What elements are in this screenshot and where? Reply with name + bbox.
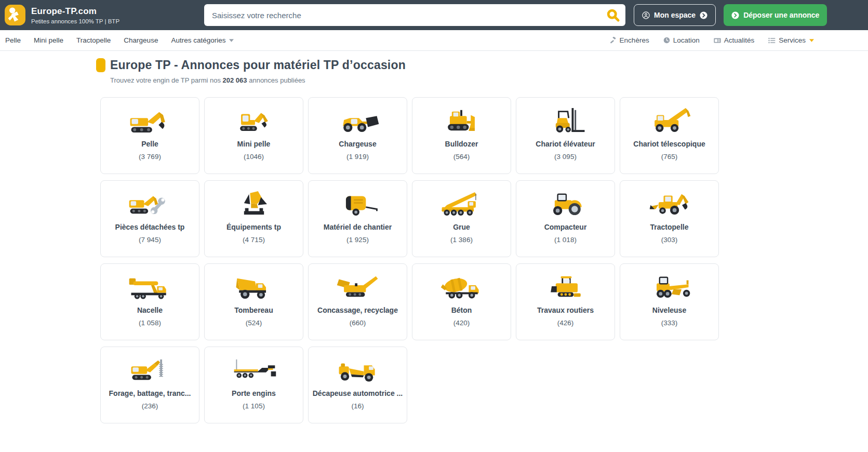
nav-item-autres-categories[interactable]: Autres catégories	[171, 36, 234, 44]
category-card-bulldozer[interactable]: Bulldozer (564)	[412, 97, 511, 174]
nav-item-label: Chargeuse	[124, 36, 158, 44]
nav-item-label: Enchères	[620, 36, 649, 44]
category-label: Béton	[448, 306, 475, 315]
category-count: (1 925)	[346, 236, 369, 244]
post-ad-label: Déposer une annonce	[743, 11, 819, 19]
nav-item-services[interactable]: Services	[768, 36, 814, 44]
nav-item-label: Location	[673, 36, 700, 44]
search-button[interactable]	[605, 8, 621, 22]
category-label: Nacelle	[134, 306, 166, 315]
main-content: Europe TP - Annonces pour matériel TP d’…	[0, 51, 868, 423]
category-label: Porte engins	[229, 389, 279, 398]
category-label: Matériel de chantier	[321, 223, 395, 232]
category-card-chariot-telescopique[interactable]: Chariot télescopique (765)	[620, 97, 719, 174]
category-count: (660)	[350, 319, 366, 327]
category-count: (1 919)	[346, 153, 369, 161]
category-card-pelle[interactable]: Pelle (3 769)	[100, 97, 199, 174]
attachment-icon	[229, 188, 279, 219]
compressor-icon	[333, 188, 383, 219]
category-label: Mini pelle	[234, 140, 274, 149]
title-row: Europe TP - Annonces pour matériel TP d’…	[96, 58, 868, 72]
nav-item-pelle[interactable]: Pelle	[5, 36, 21, 44]
nav-item-tractopelle[interactable]: Tractopelle	[76, 36, 111, 44]
crane-icon	[437, 188, 487, 219]
site-logo[interactable]	[4, 4, 26, 26]
chevron-down-icon	[809, 39, 814, 42]
category-card-decapeuse-automotrice[interactable]: Décapeuse automotrice ... (16)	[308, 347, 407, 423]
category-count: (3 095)	[554, 153, 577, 161]
category-count: (16)	[351, 402, 364, 410]
category-card-concassage-recyclage[interactable]: Concassage, recyclage (660)	[308, 263, 407, 340]
category-card-tractopelle[interactable]: Tractopelle (303)	[620, 180, 719, 257]
category-label: Grue	[450, 223, 473, 232]
category-card-forage-battage-tranc[interactable]: Forage, battage, tranc... (236)	[100, 347, 199, 423]
category-count: (1 386)	[450, 236, 473, 244]
nav-item-label: Mini pelle	[34, 36, 63, 44]
brand-subtitle: Petites annonces 100% TP | BTP	[31, 18, 198, 24]
category-label: Décapeuse automotrice ...	[310, 389, 406, 398]
top-header: Europe-TP.com Petites annonces 100% TP |…	[0, 0, 868, 30]
main-nav: Pelle Mini pelle Tractopelle Chargeuse A…	[0, 30, 868, 51]
nav-item-encheres[interactable]: Enchères	[610, 36, 649, 44]
user-circle-icon	[642, 11, 650, 19]
category-label: Forage, battage, tranc...	[106, 389, 194, 398]
category-label: Pièces détachées tp	[112, 223, 188, 232]
arrow-right-circle-icon	[700, 11, 707, 19]
category-card-beton[interactable]: Béton (420)	[412, 263, 511, 340]
nav-item-label: Services	[779, 36, 806, 44]
category-label: Niveleuse	[649, 306, 689, 315]
nav-item-label: Pelle	[5, 36, 21, 44]
category-count: (4 715)	[243, 236, 265, 244]
subtitle-prefix: Trouvez votre engin de TP parmi nos	[110, 76, 221, 84]
nav-item-chargeuse[interactable]: Chargeuse	[124, 36, 158, 44]
clock-icon	[663, 37, 670, 44]
category-card-travaux-routiers[interactable]: Travaux routiers (426)	[516, 263, 615, 340]
category-card-chariot-elevateur[interactable]: Chariot élévateur (3 095)	[516, 97, 615, 174]
nav-item-location[interactable]: Location	[663, 36, 700, 44]
brand-block: Europe-TP.com Petites annonces 100% TP |…	[31, 6, 198, 24]
category-card-compacteur[interactable]: Compacteur (1 018)	[516, 180, 615, 257]
chevron-down-icon	[229, 39, 234, 42]
category-label: Tractopelle	[647, 223, 692, 232]
category-card-mini-pelle[interactable]: Mini pelle (1046)	[204, 97, 303, 174]
nav-item-label: Actualités	[724, 36, 755, 44]
category-card-porte-engins[interactable]: Porte engins (1 105)	[204, 347, 303, 423]
newspaper-icon	[714, 37, 721, 44]
ads-count: 202 063	[223, 76, 247, 84]
telehandler-icon	[645, 104, 695, 136]
category-card-chargeuse[interactable]: Chargeuse (1 919)	[308, 97, 407, 174]
category-card-tombereau[interactable]: Tombereau (524)	[204, 263, 303, 340]
my-account-button[interactable]: Mon espace	[634, 4, 716, 26]
nav-item-mini-pelle[interactable]: Mini pelle	[34, 36, 63, 44]
nav-item-actualites[interactable]: Actualités	[714, 36, 755, 44]
page-subtitle: Trouvez votre engin de TP parmi nos 202 …	[110, 76, 868, 84]
category-card-materiel-de-chantier[interactable]: Matériel de chantier (1 925)	[308, 180, 407, 257]
category-count: (7 945)	[139, 236, 161, 244]
drill-icon	[125, 354, 175, 385]
category-card-pieces-detachees-tp[interactable]: Pièces détachées tp (7 945)	[100, 180, 199, 257]
forklift-icon	[541, 104, 591, 136]
category-count: (524)	[246, 319, 262, 327]
bulldozer-icon	[437, 104, 487, 136]
category-card-niveleuse[interactable]: Niveleuse (333)	[620, 263, 719, 340]
paver-icon	[541, 271, 591, 302]
category-label: Chargeuse	[336, 140, 379, 149]
scraper-icon	[333, 354, 383, 385]
category-label: Équipements tp	[223, 223, 284, 232]
arrow-right-circle-icon	[731, 11, 739, 19]
title-badge-icon	[96, 58, 105, 72]
category-label: Concassage, recyclage	[314, 306, 401, 315]
search-input[interactable]	[204, 4, 625, 26]
category-card-grue[interactable]: Grue (1 386)	[412, 180, 511, 257]
category-card-equipements-tp[interactable]: Équipements tp (4 715)	[204, 180, 303, 257]
category-label: Travaux routiers	[534, 306, 597, 315]
category-label: Bulldozer	[442, 140, 482, 149]
post-ad-button[interactable]: Déposer une annonce	[724, 4, 827, 26]
category-card-nacelle[interactable]: Nacelle (1 058)	[100, 263, 199, 340]
category-label: Chariot élévateur	[532, 140, 598, 149]
list-icon	[768, 37, 776, 44]
category-count: (303)	[661, 236, 678, 244]
backhoe-icon	[645, 188, 695, 219]
category-count: (236)	[142, 402, 158, 410]
category-count: (1046)	[244, 153, 264, 161]
